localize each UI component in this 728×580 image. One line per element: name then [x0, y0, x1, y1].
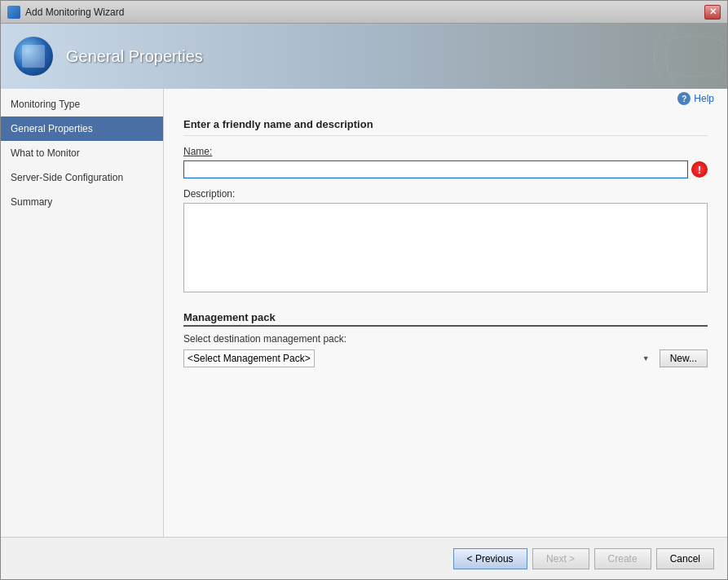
create-button[interactable]: Create — [594, 548, 651, 569]
main-content: ? Help Enter a friendly name and descrip… — [164, 89, 727, 537]
sidebar: Monitoring Type General Properties What … — [1, 89, 164, 537]
description-textarea[interactable] — [183, 203, 708, 292]
svg-point-0 — [654, 24, 727, 89]
new-button[interactable]: New... — [660, 349, 708, 367]
svg-point-1 — [666, 24, 723, 89]
name-field-wrapper: ! — [183, 160, 708, 178]
form-section-heading: Enter a friendly name and description — [183, 118, 708, 136]
content-area: Monitoring Type General Properties What … — [1, 89, 727, 537]
window-icon — [7, 6, 20, 19]
help-icon: ? — [677, 92, 690, 105]
window-title: Add Monitoring Wizard — [25, 7, 704, 18]
management-pack-section: Management pack Select destination manag… — [183, 311, 708, 367]
name-label: Name: — [183, 146, 708, 157]
description-label: Description: — [183, 188, 708, 200]
wizard-window: Add Monitoring Wizard ✕ General Properti… — [0, 0, 728, 580]
svg-point-2 — [654, 36, 727, 77]
help-link[interactable]: ? Help — [677, 92, 714, 105]
next-button[interactable]: Next > — [532, 548, 589, 569]
management-pack-select-wrapper: <Select Management Pack> ▼ — [183, 349, 653, 367]
management-pack-select-label: Select destination management pack: — [183, 333, 708, 345]
sidebar-item-monitoring-type[interactable]: Monitoring Type — [1, 92, 163, 116]
footer: < Previous Next > Create Cancel — [1, 537, 727, 579]
sidebar-item-what-to-monitor[interactable]: What to Monitor — [1, 141, 163, 165]
main-inner: Enter a friendly name and description Na… — [164, 105, 727, 537]
header-icon — [14, 37, 53, 76]
sidebar-item-general-properties[interactable]: General Properties — [1, 116, 163, 141]
title-bar: Add Monitoring Wizard ✕ — [1, 1, 727, 24]
management-pack-select[interactable]: <Select Management Pack> — [183, 349, 315, 367]
sidebar-item-summary[interactable]: Summary — [1, 190, 163, 214]
help-label: Help — [694, 93, 714, 104]
cancel-button[interactable]: Cancel — [656, 548, 714, 569]
management-pack-heading: Management pack — [183, 311, 708, 327]
name-input[interactable] — [183, 160, 688, 178]
header-banner: General Properties — [1, 24, 727, 89]
previous-button[interactable]: < Previous — [453, 548, 527, 569]
header-title: General Properties — [66, 47, 203, 66]
close-button[interactable]: ✕ — [704, 5, 721, 20]
sidebar-item-server-side-config[interactable]: Server-Side Configuration — [1, 165, 163, 190]
name-error-icon: ! — [691, 161, 708, 178]
management-pack-row: <Select Management Pack> ▼ New... — [183, 349, 708, 367]
help-bar: ? Help — [164, 89, 727, 105]
select-arrow-icon: ▼ — [642, 354, 650, 362]
